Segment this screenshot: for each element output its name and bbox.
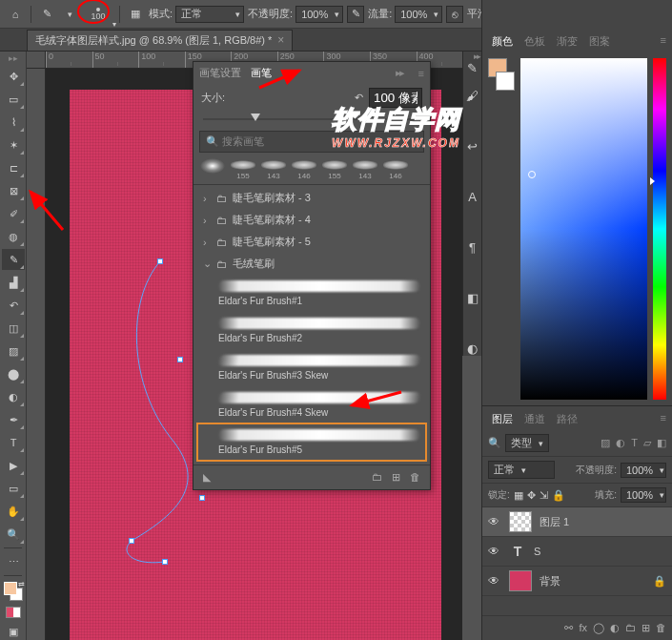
brush-tip-preset[interactable] — [199, 158, 226, 180]
move-tool[interactable]: ✥ — [2, 66, 25, 87]
crop-tool[interactable]: ⊏ — [2, 157, 25, 178]
layer-opacity-select[interactable]: 100% — [621, 463, 666, 478]
lock-artboard-icon[interactable]: ⇲ — [540, 489, 548, 502]
brush-preset[interactable]: Eldar's Fur Brush#3 Skew — [197, 349, 426, 386]
layer-row[interactable]: 👁背景🔒 — [482, 567, 672, 596]
swap-colors-icon[interactable]: ⇄ — [18, 580, 25, 588]
chevron-down-icon[interactable]: ▾ — [60, 5, 79, 24]
brush-settings-tab[interactable]: 画笔设置 — [199, 66, 241, 80]
dodge-tool[interactable]: ◐ — [2, 386, 25, 407]
layer-row[interactable]: 👁图层 1 — [482, 507, 672, 537]
brush-preset[interactable]: Eldar's Fur Brush#4 Skew — [197, 386, 426, 423]
adjustment-layer-icon[interactable]: ◐ — [610, 622, 620, 634]
marquee-tool[interactable]: ▭ — [2, 89, 25, 110]
hue-slider[interactable] — [653, 58, 666, 400]
blend-mode-select[interactable]: 正常 — [175, 6, 244, 23]
brush-preset[interactable]: Eldar's Fur Brush#1 — [197, 275, 426, 312]
filter-adjust-icon[interactable]: ◐ — [616, 437, 625, 449]
lock-pixels-icon[interactable]: ▦ — [514, 489, 523, 502]
new-brush-icon[interactable]: ⊞ — [392, 471, 400, 484]
frame-tool[interactable]: ⊠ — [2, 180, 25, 201]
preview-toggle-icon[interactable]: ◣ — [203, 471, 211, 484]
brush-panel-toggle-icon[interactable]: ▦ — [126, 5, 145, 24]
brush-tool-icon[interactable]: ✎ — [37, 5, 56, 24]
eyedropper-tool[interactable]: ✐ — [2, 203, 25, 224]
layer-name[interactable]: S — [534, 546, 540, 557]
brush-size-input[interactable] — [369, 88, 422, 108]
layer-thumbnail[interactable] — [509, 511, 532, 532]
filter-shape-icon[interactable]: ▱ — [643, 437, 651, 449]
quick-mask-mode[interactable] — [2, 607, 24, 618]
collapse-panel-icon[interactable]: ▸▸ — [396, 67, 403, 79]
shape-tool[interactable]: ▭ — [2, 478, 25, 499]
history-icon[interactable]: ↩ — [467, 139, 478, 154]
layer-thumbnail[interactable] — [509, 570, 532, 591]
layer-style-icon[interactable]: fx — [579, 622, 587, 634]
pressure-opacity-icon[interactable]: ✎ — [347, 6, 364, 23]
eraser-tool[interactable]: ◫ — [2, 318, 25, 339]
panel-tab[interactable]: 色板 — [524, 34, 545, 49]
lock-position-icon[interactable]: ✥ — [527, 489, 536, 502]
filter-pixel-icon[interactable]: ▨ — [601, 437, 610, 449]
screen-mode-icon[interactable]: ▣ — [2, 621, 25, 640]
panel-menu-icon[interactable]: ≡ — [418, 68, 424, 79]
brush-tip-preset[interactable]: 146 — [382, 158, 409, 180]
delete-brush-icon[interactable]: 🗑 — [410, 471, 420, 484]
vertical-ruler[interactable] — [27, 69, 46, 640]
brush-folder[interactable]: ⌄🗀毛绒笔刷 — [197, 253, 426, 275]
delete-layer-icon[interactable]: 🗑 — [656, 622, 666, 634]
background-color[interactable] — [496, 72, 515, 91]
airbrush-icon[interactable]: ⎋ — [446, 6, 463, 23]
adjustments-icon[interactable]: ◐ — [467, 341, 478, 356]
panel-tab[interactable]: 路径 — [557, 412, 578, 426]
panel-tab[interactable]: 通道 — [524, 412, 545, 426]
fill-select[interactable]: 100% — [621, 487, 666, 503]
pen-tool[interactable]: ✒ — [2, 409, 25, 430]
new-layer-icon[interactable]: ⊞ — [641, 622, 650, 634]
chevron-right-icon[interactable]: › — [203, 215, 211, 226]
panel-tab[interactable]: 图案 — [589, 34, 610, 49]
brush-preset[interactable]: Eldar's Fur Brush#5 — [197, 423, 426, 461]
brush-preset-picker[interactable]: 100 ▾ — [83, 1, 113, 28]
opacity-select[interactable]: 100% — [295, 6, 343, 23]
collapse-icon[interactable]: ▸▸ — [2, 52, 25, 64]
path-anchor[interactable] — [177, 357, 183, 362]
layers-list[interactable]: 👁图层 1👁TS👁背景🔒 — [482, 507, 672, 615]
history-brush-tool[interactable]: ↶ — [2, 295, 25, 316]
type-tool[interactable]: T — [2, 432, 25, 453]
flip-reset-icon[interactable]: ↶ — [355, 92, 363, 104]
brush-size-slider[interactable] — [203, 114, 420, 125]
visibility-icon[interactable]: 👁 — [488, 515, 501, 528]
blend-mode-select[interactable]: 正常 — [488, 461, 555, 479]
brush-preset[interactable]: Eldar's Fur Brush#2 — [197, 312, 426, 349]
search-icon[interactable]: 🔍 — [488, 437, 501, 449]
brush-folder[interactable]: ›🗀睫毛笔刷素材 - 4 — [197, 209, 426, 231]
chevron-right-icon[interactable]: › — [203, 237, 211, 248]
expand-icon[interactable]: ▸▸ — [474, 52, 479, 61]
layer-row[interactable]: 👁TS — [482, 537, 672, 567]
path-anchor[interactable] — [129, 538, 134, 544]
color-swatches[interactable]: ⇄ — [4, 582, 23, 601]
brush-tip-preset[interactable]: 155 — [230, 158, 256, 180]
panel-menu-icon[interactable]: ≡ — [661, 412, 666, 423]
home-icon[interactable]: ⌂ — [6, 5, 25, 24]
panel-tab[interactable]: 渐变 — [557, 34, 578, 49]
edit-toolbar-icon[interactable]: ⋯ — [2, 551, 25, 572]
layer-mask-icon[interactable]: ◯ — [593, 622, 604, 634]
stamp-tool[interactable]: ▟ — [2, 272, 25, 293]
chevron-right-icon[interactable]: › — [203, 193, 211, 204]
panel-menu-icon[interactable]: ≡ — [661, 34, 666, 46]
quick-select-tool[interactable]: ✶ — [2, 134, 25, 155]
path-select-tool[interactable]: ▶ — [2, 455, 25, 476]
visibility-icon[interactable]: 👁 — [488, 574, 501, 588]
brush-folder[interactable]: ›🗀睫毛笔刷素材 - 3 — [197, 187, 426, 209]
path-anchor[interactable] — [157, 258, 163, 264]
panel-tab[interactable]: 图层 — [492, 412, 513, 426]
brush-tip-preset[interactable]: 143 — [352, 158, 378, 180]
character-icon[interactable]: A — [468, 190, 477, 204]
lasso-tool[interactable]: ⌇ — [2, 112, 25, 133]
hand-tool[interactable]: ✋ — [2, 501, 25, 522]
brush-tip-preset[interactable]: 146 — [291, 158, 317, 180]
path-anchor[interactable] — [162, 559, 168, 565]
color-swatches[interactable] — [488, 58, 515, 400]
